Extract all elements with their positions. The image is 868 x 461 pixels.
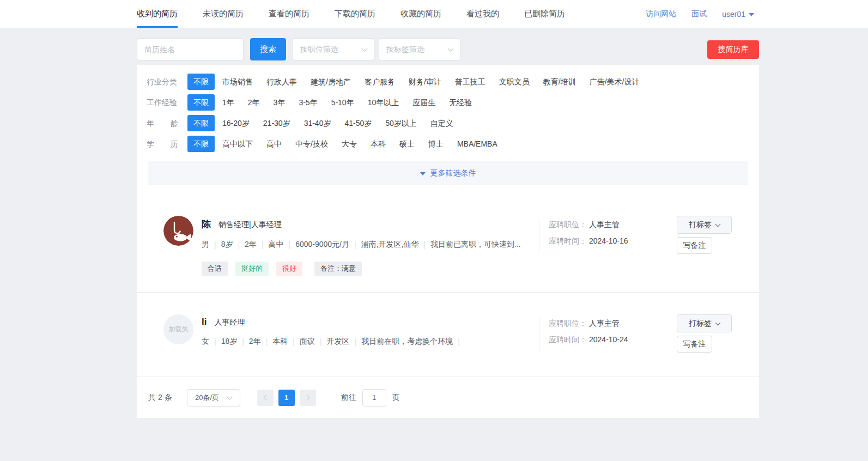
- resume-info: li 人事经理 女| 18岁| 2年| 本科| 面议| 开发区| 我目前在职，考…: [202, 314, 539, 353]
- filter-option[interactable]: 市场销售: [216, 74, 259, 90]
- filter-option[interactable]: 高中以下: [216, 136, 259, 152]
- filter-option[interactable]: 高中: [260, 136, 288, 152]
- search-resume-library-button[interactable]: 搜简历库: [707, 40, 759, 59]
- detail-age: 8岁: [221, 240, 233, 250]
- filter-option[interactable]: 41-50岁: [338, 115, 378, 131]
- page-number-button[interactable]: 1: [278, 390, 295, 406]
- filter-option[interactable]: 不限: [187, 136, 215, 152]
- page-size-select[interactable]: 20条/页: [187, 389, 240, 407]
- tab-received-resumes[interactable]: 收到的简历: [137, 0, 178, 28]
- filter-option[interactable]: 5-10年: [325, 94, 360, 111]
- detail-status: 我目前已离职，可快速到...: [430, 240, 521, 250]
- user-menu[interactable]: user01: [722, 10, 754, 19]
- detail-gender: 男: [202, 240, 209, 250]
- filter-option[interactable]: 3年: [268, 94, 292, 111]
- goto-page-input[interactable]: [362, 389, 386, 407]
- filter-option[interactable]: 广告/美术/设计: [584, 74, 646, 90]
- filter-option[interactable]: 文职文员: [493, 74, 536, 90]
- apply-info: 应聘职位： 人事主管 应聘时间： 2024-10-16: [539, 216, 677, 276]
- filter-option[interactable]: 自定义: [424, 115, 459, 131]
- candidate-desired-positions: 人事经理: [214, 318, 245, 327]
- detail-education: 本科: [272, 337, 288, 347]
- filter-option[interactable]: 应届生: [406, 94, 441, 111]
- resume-actions: 打标签 写备注: [677, 314, 732, 353]
- detail-experience: 2年: [245, 240, 257, 250]
- previous-page-button[interactable]: [257, 390, 274, 406]
- filter-option[interactable]: 客户服务: [359, 74, 401, 90]
- filter-label-industry: 行业分类: [147, 75, 178, 89]
- apply-time-value: 2024-10-24: [589, 335, 628, 345]
- resume-info: 陈 销售经理|人事经理 男| 8岁| 2年| 高中| 6000-9000元/月|…: [202, 216, 539, 276]
- detail-location: 开发区: [327, 337, 350, 347]
- filter-option[interactable]: 大专: [336, 136, 363, 152]
- filter-option[interactable]: 21-30岁: [257, 115, 296, 131]
- filter-option[interactable]: MBA/EMBA: [451, 136, 503, 152]
- add-tag-button[interactable]: 打标签: [677, 314, 732, 332]
- visit-website-link[interactable]: 访问网站: [646, 9, 676, 19]
- filter-option[interactable]: 不限: [187, 74, 215, 90]
- filter-option[interactable]: 博士: [422, 136, 450, 152]
- filter-option[interactable]: 16-20岁: [216, 115, 256, 131]
- filter-option[interactable]: 硕士: [393, 136, 421, 152]
- image-placeholder-fish-icon: [163, 216, 193, 246]
- filter-option[interactable]: 2年: [242, 94, 266, 111]
- total-count-label: 共 2 条: [148, 393, 172, 403]
- add-tag-button[interactable]: 打标签: [677, 216, 732, 234]
- filter-option[interactable]: 行政人事: [260, 74, 303, 90]
- resume-row[interactable]: 陈 销售经理|人事经理 男| 8岁| 2年| 高中| 6000-9000元/月|…: [137, 198, 759, 292]
- triangle-down-icon: [420, 172, 426, 175]
- goto-label: 前往: [341, 393, 356, 403]
- filter-option[interactable]: 50岁以上: [379, 115, 423, 131]
- write-note-button[interactable]: 写备注: [677, 237, 712, 254]
- tab-viewed-me[interactable]: 看过我的: [466, 0, 499, 28]
- candidate-name[interactable]: 陈: [202, 218, 211, 230]
- chevron-left-icon: [263, 395, 269, 401]
- chevron-down-icon: [715, 221, 721, 227]
- resume-list: 陈 销售经理|人事经理 男| 8岁| 2年| 高中| 6000-9000元/月|…: [137, 198, 759, 377]
- filter-option[interactable]: 中专/技校: [289, 136, 334, 152]
- tag-badge: 挺好的: [235, 262, 269, 276]
- next-page-button[interactable]: [300, 390, 316, 406]
- detail-status: 我目前在职，考虑换个环境: [361, 337, 453, 347]
- filter-option[interactable]: 财务/审计: [403, 74, 447, 90]
- filter-option[interactable]: 建筑/房地产: [305, 74, 357, 90]
- filter-option[interactable]: 普工技工: [449, 74, 491, 90]
- tab-viewed-resumes[interactable]: 查看的简历: [269, 0, 309, 28]
- filter-option[interactable]: 不限: [187, 94, 215, 111]
- goto-unit-label: 页: [392, 393, 400, 403]
- tag-filter-select[interactable]: 按标签筛选: [379, 38, 460, 60]
- filter-option[interactable]: 无经验: [443, 94, 478, 111]
- more-filters-button[interactable]: 更多筛选条件: [148, 161, 748, 185]
- filter-option[interactable]: 1年: [216, 94, 240, 111]
- page-size-value: 20条/页: [195, 393, 219, 403]
- filter-option[interactable]: 不限: [187, 115, 215, 131]
- detail-experience: 2年: [249, 337, 261, 347]
- filter-option[interactable]: 31-40岁: [298, 115, 337, 131]
- filter-option[interactable]: 10年以上: [362, 94, 405, 111]
- apply-time-value: 2024-10-16: [589, 236, 628, 246]
- detail-salary: 6000-9000元/月: [295, 240, 349, 250]
- filter-option[interactable]: 3-5年: [293, 94, 323, 111]
- apply-position-value: 人事主管: [589, 319, 620, 329]
- interview-link[interactable]: 面试: [691, 9, 707, 19]
- apply-time-label: 应聘时间：: [549, 236, 587, 246]
- tab-downloaded-resumes[interactable]: 下载的简历: [335, 0, 375, 28]
- resume-tabs: 收到的简历 未读的简历 查看的简历 下载的简历 收藏的简历 看过我的 已删除简历: [137, 0, 590, 28]
- chevron-down-icon: [715, 320, 721, 325]
- tab-deleted-resumes[interactable]: 已删除简历: [524, 0, 565, 28]
- resume-name-input[interactable]: [137, 38, 244, 60]
- more-filters-label: 更多筛选条件: [430, 168, 476, 178]
- search-button[interactable]: 搜索: [250, 38, 286, 60]
- candidate-details: 男| 8岁| 2年| 高中| 6000-9000元/月| 浦南,开发区,仙华| …: [202, 240, 539, 250]
- filter-option[interactable]: 本科: [365, 136, 392, 152]
- note-badge: 备注：满意: [314, 262, 362, 276]
- resume-row[interactable]: 加载失 li 人事经理 女| 18岁| 2年| 本科| 面议| 开发区| 我目前…: [137, 292, 759, 377]
- top-navigation-bar: 收到的简历 未读的简历 查看的简历 下载的简历 收藏的简历 看过我的 已删除简历…: [0, 0, 868, 28]
- filter-row-age: 年龄 不限 16-20岁 21-30岁 31-40岁 41-50岁 50岁以上 …: [137, 115, 759, 132]
- candidate-name[interactable]: li: [202, 317, 207, 327]
- tab-favorited-resumes[interactable]: 收藏的简历: [400, 0, 441, 28]
- tab-unread-resumes[interactable]: 未读的简历: [203, 0, 244, 28]
- filter-option[interactable]: 教育/培训: [537, 74, 582, 90]
- write-note-button[interactable]: 写备注: [677, 336, 712, 353]
- position-filter-select[interactable]: 按职位筛选: [293, 38, 374, 60]
